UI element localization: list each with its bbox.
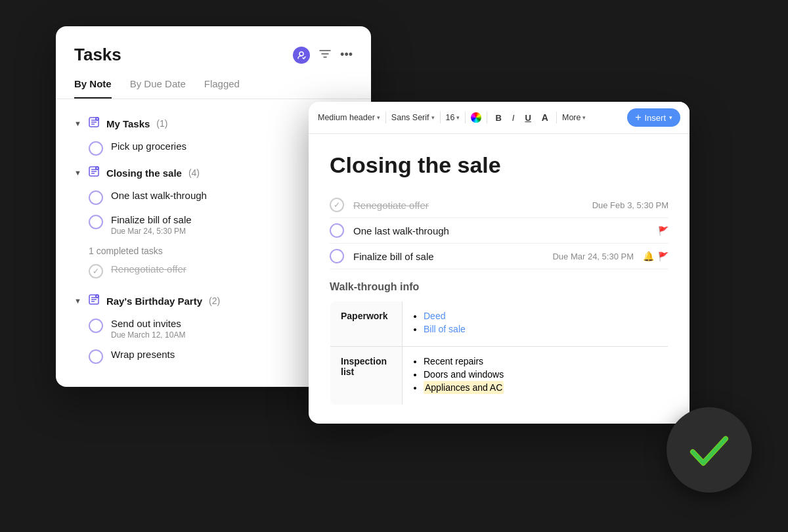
note-task-name-finalize: Finalize bill of sale xyxy=(353,251,543,262)
task-name-walk-through: One last walk-through xyxy=(111,190,319,201)
color-picker[interactable] xyxy=(471,112,481,123)
recent-repairs-text: Recent repairs xyxy=(424,356,483,366)
note-panel: Medium header ▾ Sans Serif ▾ 16 ▾ B I U … xyxy=(309,102,690,424)
task-due-finalize-bill: Due Mar 24, 5:30 PM xyxy=(111,227,319,236)
task-circle-send-invites[interactable] xyxy=(89,319,103,333)
task-circle-finalize-bill[interactable] xyxy=(89,215,103,229)
person-check-icon[interactable] xyxy=(293,47,310,64)
bold-button[interactable]: B xyxy=(492,112,504,124)
task-circle-pick-up-groceries[interactable] xyxy=(89,141,103,156)
note-task-walk-through: One last walk-through 🚩 xyxy=(330,218,668,244)
task-info-walk-through: One last walk-through xyxy=(111,190,319,201)
list-item: Doors and windows xyxy=(424,369,657,380)
task-info-finalize-bill: Finalize bill of sale Due Mar 24, 5:30 P… xyxy=(111,214,319,236)
table-label-paperwork: Paperwork xyxy=(330,301,403,347)
task-info-send-invites: Send out invites Due March 12, 10AM xyxy=(111,318,319,340)
insert-button[interactable]: + Insert ▾ xyxy=(627,108,680,127)
task-due-send-invites: Due March 12, 10AM xyxy=(111,330,319,340)
note-title: Closing the sale xyxy=(330,152,668,178)
task-info-pick-up-groceries: Pick up groceries xyxy=(111,141,334,152)
note-task-name-renegotiate: Renegotiate offer xyxy=(353,200,583,211)
info-table: Paperwork Deed Bill of sale Inspection l… xyxy=(330,301,668,405)
chevron-icon: ▼ xyxy=(74,169,81,177)
note-content: Closing the sale Renegotiate offer Due F… xyxy=(309,134,690,424)
tab-flagged[interactable]: Flagged xyxy=(204,78,240,99)
tasks-title: Tasks xyxy=(74,45,121,65)
task-list-icon-2 xyxy=(88,166,100,180)
section-label-walk-through: Walk-through info xyxy=(330,281,668,293)
tab-by-note[interactable]: By Note xyxy=(74,78,112,99)
note-task-circle-finalize[interactable] xyxy=(330,249,344,263)
style-chevron-icon: ▾ xyxy=(377,114,380,121)
group-closing-title: Closing the sale xyxy=(106,167,182,179)
text-size-button[interactable]: A xyxy=(539,111,551,124)
task-list-icon-3 xyxy=(88,294,100,308)
task-name-finalize-bill: Finalize bill of sale xyxy=(111,214,319,225)
font-chevron-icon: ▾ xyxy=(431,114,435,121)
checkmark-circle xyxy=(667,407,752,493)
task-circle-renegotiate[interactable] xyxy=(89,264,103,278)
task-name-pick-up-groceries: Pick up groceries xyxy=(111,141,334,152)
note-task-circle-renegotiate[interactable] xyxy=(330,198,344,212)
table-cell-paperwork: Deed Bill of sale xyxy=(403,301,668,347)
more-chevron-icon: ▾ xyxy=(582,114,586,121)
note-toolbar: Medium header ▾ Sans Serif ▾ 16 ▾ B I U … xyxy=(309,102,690,134)
tab-by-due-date[interactable]: By Due Date xyxy=(130,78,186,99)
group-rays-birthday-count: (2) xyxy=(209,296,220,306)
deed-link[interactable]: Deed xyxy=(424,311,445,321)
flag-icon-note-walk-through: 🚩 xyxy=(658,226,668,236)
toolbar-divider-4 xyxy=(487,112,487,123)
note-task-circle-walk-through[interactable] xyxy=(330,223,344,238)
note-task-due-finalize: Due Mar 24, 5:30 PM xyxy=(552,252,634,261)
toolbar-divider-2 xyxy=(440,112,441,123)
size-chevron-icon: ▾ xyxy=(456,114,460,121)
tasks-header-icons: ••• xyxy=(293,47,353,64)
tasks-tabs: By Note By Due Date Flagged xyxy=(56,78,371,99)
group-my-tasks-title: My Tasks xyxy=(106,118,150,129)
toolbar-divider-1 xyxy=(385,112,386,123)
filter-icon[interactable] xyxy=(319,48,331,62)
more-label: More xyxy=(562,113,580,122)
list-item: Deed xyxy=(424,311,657,321)
checkmark-svg xyxy=(686,427,732,473)
more-options-icon[interactable]: ••• xyxy=(340,48,353,62)
table-row-inspection: Inspection list Recent repairs Doors and… xyxy=(330,347,668,405)
more-dropdown[interactable]: More ▾ xyxy=(562,113,586,122)
group-closing-count: (4) xyxy=(188,167,200,178)
font-dropdown[interactable]: Sans Serif ▾ xyxy=(391,113,435,122)
group-rays-birthday-title: Ray's Birthday Party xyxy=(106,296,202,307)
chevron-icon-3: ▼ xyxy=(74,297,81,305)
note-task-badges-finalize: 🔔 🚩 xyxy=(643,251,668,261)
task-name-send-invites: Send out invites xyxy=(111,318,319,329)
task-list-icon xyxy=(88,116,100,131)
table-label-inspection: Inspection list xyxy=(330,347,403,405)
insert-chevron-icon: ▾ xyxy=(669,114,672,121)
list-item: Bill of sale xyxy=(424,324,657,334)
table-cell-inspection: Recent repairs Doors and windows Applian… xyxy=(403,347,668,405)
style-dropdown-label: Medium header xyxy=(318,113,375,122)
flag-icon-note-finalize: 🚩 xyxy=(658,252,668,261)
doors-windows-text: Doors and windows xyxy=(424,369,504,380)
italic-button[interactable]: I xyxy=(510,112,517,124)
task-circle-walk-through[interactable] xyxy=(89,190,103,205)
note-task-name-walk-through: One last walk-through xyxy=(353,225,649,236)
style-dropdown[interactable]: Medium header ▾ xyxy=(318,113,380,122)
note-task-renegotiate: Renegotiate offer Due Feb 3, 5:30 PM xyxy=(330,192,668,218)
size-dropdown-label: 16 xyxy=(446,113,455,122)
table-row-paperwork: Paperwork Deed Bill of sale xyxy=(330,301,668,347)
toolbar-divider-5 xyxy=(556,112,557,123)
underline-button[interactable]: U xyxy=(522,112,533,124)
note-task-badges-walk-through: 🚩 xyxy=(658,226,668,236)
group-my-tasks-count: (1) xyxy=(156,118,167,129)
insert-label: Insert xyxy=(644,113,666,123)
note-task-finalize-bill: Finalize bill of sale Due Mar 24, 5:30 P… xyxy=(330,244,668,269)
chevron-icon: ▼ xyxy=(74,120,81,127)
appliances-ac-text: Appliances and AC xyxy=(424,381,504,394)
size-dropdown[interactable]: 16 ▾ xyxy=(446,113,460,122)
note-task-due-renegotiate: Due Feb 3, 5:30 PM xyxy=(592,200,668,210)
insert-plus-icon: + xyxy=(635,112,641,123)
bell-icon-note-finalize: 🔔 xyxy=(643,251,654,261)
task-circle-wrap-presents[interactable] xyxy=(89,349,103,364)
bill-of-sale-link[interactable]: Bill of sale xyxy=(424,324,466,334)
list-item: Appliances and AC xyxy=(424,382,657,393)
